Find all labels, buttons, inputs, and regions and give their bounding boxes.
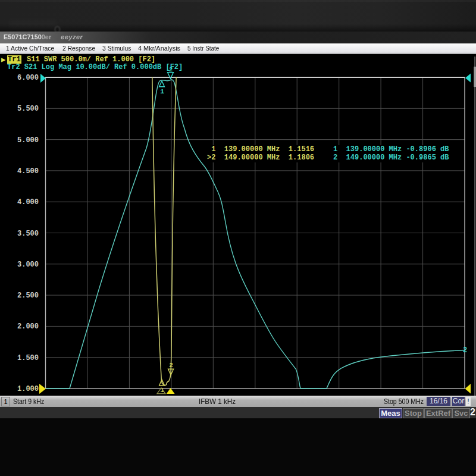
svg-text:3.000: 3.000 — [17, 261, 39, 269]
svg-text:1: 1 — [160, 88, 164, 95]
svg-text:6.000: 6.000 — [17, 74, 39, 82]
svg-text:1.500: 1.500 — [17, 354, 39, 362]
svg-text:4.000: 4.000 — [17, 198, 39, 206]
svg-text:2: 2 — [169, 66, 173, 73]
svg-text:1.000: 1.000 — [17, 385, 39, 393]
svg-text:5.500: 5.500 — [17, 105, 39, 113]
svg-text:2: 2 — [169, 362, 173, 369]
svg-text:3.500: 3.500 — [17, 230, 39, 238]
svg-text:2.500: 2.500 — [17, 292, 39, 300]
svg-text:5.000: 5.000 — [17, 136, 39, 145]
svg-text:2.000: 2.000 — [17, 322, 39, 331]
svg-text:2: 2 — [463, 346, 467, 355]
svg-text:4.500: 4.500 — [17, 167, 39, 176]
